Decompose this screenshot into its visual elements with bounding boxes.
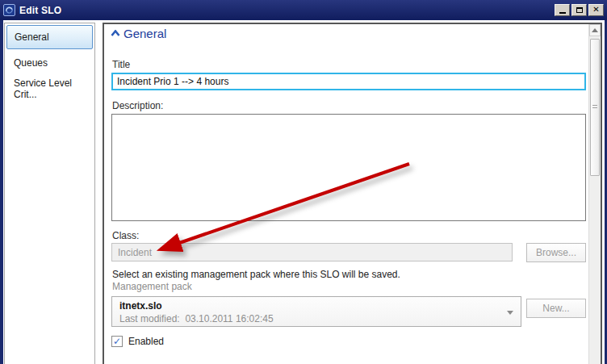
general-panel: General Title Description: Class: Browse… [103,23,602,364]
sidebar-item-label: Service Level Crit... [14,77,93,100]
vertical-scrollbar[interactable] [588,24,601,364]
slo-app-icon [3,4,15,16]
sidebar-item-general[interactable]: General [6,25,93,49]
section-header-general[interactable]: General [111,27,166,40]
scrollbar-thumb[interactable] [590,39,600,176]
edit-slo-dialog: Edit SLO ✕ General Queues Service Level … [0,0,607,364]
sidebar-item-queues[interactable]: Queues [6,51,93,75]
close-icon: ✕ [592,6,599,14]
checkmark-icon: ✓ [113,337,121,346]
new-button[interactable]: New... [526,299,586,318]
enabled-row: ✓ Enabled [111,336,164,347]
management-pack-instruction: Select an existing management pack where… [112,269,400,280]
minimize-icon [559,12,566,14]
close-button[interactable]: ✕ [588,4,604,16]
scroll-up-button[interactable] [589,24,601,36]
enabled-label: Enabled [128,336,164,347]
scroll-up-icon [592,28,598,32]
window-title: Edit SLO [19,5,61,16]
maximize-icon [576,7,583,13]
management-pack-selected-value: itnetx.slo [119,299,513,312]
management-pack-dropdown[interactable]: itnetx.slo Last modified: 03.10.2011 16:… [111,296,521,327]
title-label: Title [112,59,130,70]
window-border-left [0,20,3,364]
management-pack-last-modified: Last modified: 03.10.2011 16:02:45 [119,312,513,325]
scrollbar-grip [592,105,597,110]
class-input [111,243,513,261]
sidebar-item-service-level-criteria[interactable]: Service Level Crit... [6,77,93,101]
title-input[interactable] [111,73,586,90]
maximize-button[interactable] [571,4,587,16]
enabled-checkbox[interactable]: ✓ [111,336,123,347]
minimize-button[interactable] [555,4,570,16]
section-title: General [123,27,166,40]
description-label: Description: [112,100,163,111]
management-pack-label: Management pack [112,281,192,292]
class-label: Class: [112,230,139,241]
sidebar: General Queues Service Level Crit... [4,23,95,364]
collapse-chevron-icon [111,30,120,37]
sidebar-item-label: General [15,31,49,43]
browse-button[interactable]: Browse... [526,243,586,262]
chevron-down-icon [507,311,513,315]
titlebar: Edit SLO ✕ [0,0,607,20]
description-input[interactable] [111,114,586,221]
sidebar-item-label: Queues [14,57,48,69]
